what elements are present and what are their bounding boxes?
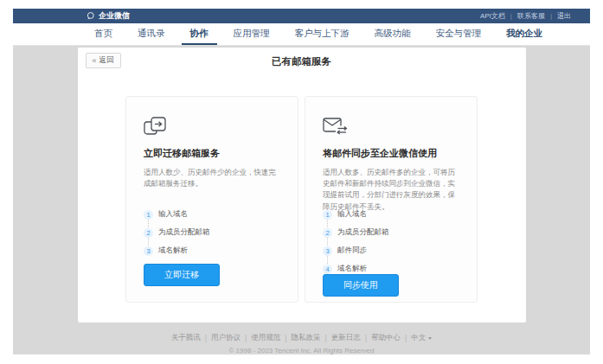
wecom-logo-text: 企业微信 bbox=[99, 10, 130, 22]
card-description: 适用人数少、历史邮件少的企业，快速完成邮箱服务迁移。 bbox=[144, 167, 280, 201]
site-footer: 关于腾讯 用户协议 使用规范 隐私政策 更新日志 帮助中心 中文 © 1998 … bbox=[171, 333, 432, 354]
tab-advanced-features[interactable]: 高级功能 bbox=[366, 23, 420, 45]
step-number-badge: 3 bbox=[144, 246, 153, 256]
step-item: 4 域名解析 bbox=[323, 264, 459, 274]
step-label: 为成员分配邮箱 bbox=[158, 227, 210, 238]
wecom-logo[interactable]: 企业微信 bbox=[86, 10, 130, 22]
step-label: 输入域名 bbox=[337, 209, 367, 220]
back-button-label: 返回 bbox=[99, 55, 114, 66]
usage-policy-link[interactable]: 使用规范 bbox=[241, 333, 280, 343]
step-number-badge: 1 bbox=[144, 210, 153, 220]
tab-collaboration[interactable]: 协作 bbox=[182, 23, 217, 45]
privacy-policy-link[interactable]: 隐私政策 bbox=[280, 333, 320, 343]
step-connector bbox=[148, 238, 280, 246]
back-arrow-icon: « bbox=[93, 57, 97, 65]
back-button[interactable]: « 返回 bbox=[86, 53, 121, 68]
step-connector bbox=[327, 220, 459, 227]
step-connector bbox=[327, 238, 459, 246]
screenshot-root: 企业微信 API文档 联系客服 退出 首页 通讯录 协作 应用管理 客户与上下游… bbox=[0, 0, 603, 364]
topbar-links: API文档 联系客服 退出 bbox=[480, 11, 571, 21]
user-agreement-link[interactable]: 用户协议 bbox=[201, 333, 241, 343]
mail-migrate-icon bbox=[144, 116, 280, 137]
step-number-badge: 2 bbox=[323, 228, 332, 238]
step-label: 为成员分配邮箱 bbox=[337, 227, 389, 238]
migrate-card: 立即迁移邮箱服务 适用人数少、历史邮件少的企业，快速完成邮箱服务迁移。 1 输入… bbox=[125, 96, 298, 303]
step-connector bbox=[327, 256, 459, 264]
language-label: 中文 bbox=[411, 333, 426, 343]
step-item: 3 邮件同步 bbox=[323, 246, 459, 256]
steps-list: 1 输入域名 2 为成员分配邮箱 3 邮件同步 bbox=[323, 209, 459, 274]
step-item: 1 输入域名 bbox=[323, 209, 459, 220]
footer-links: 关于腾讯 用户协议 使用规范 隐私政策 更新日志 帮助中心 中文 bbox=[171, 333, 432, 343]
step-item: 1 输入域名 bbox=[144, 209, 280, 220]
step-number-badge: 1 bbox=[323, 210, 332, 220]
step-connector bbox=[148, 220, 280, 227]
step-item: 2 为成员分配邮箱 bbox=[144, 227, 280, 238]
card-description: 适用人数多、历史邮件多的企业，可将历史邮件和新邮件持续同步到企业微信，实现提前试… bbox=[323, 167, 459, 201]
step-label: 域名解析 bbox=[337, 264, 367, 274]
tab-customers-upstream[interactable]: 客户与上下游 bbox=[286, 23, 358, 45]
help-center-link[interactable]: 帮助中心 bbox=[361, 333, 401, 343]
tab-security-management[interactable]: 安全与管理 bbox=[427, 23, 491, 45]
admin-console-page: 企业微信 API文档 联系客服 退出 首页 通讯录 协作 应用管理 客户与上下游… bbox=[13, 9, 590, 354]
language-selector[interactable]: 中文 bbox=[401, 333, 432, 343]
step-number-badge: 2 bbox=[144, 228, 153, 238]
step-item: 2 为成员分配邮箱 bbox=[323, 227, 459, 238]
contact-support-link[interactable]: 联系客服 bbox=[505, 11, 545, 21]
step-number-badge: 4 bbox=[323, 265, 332, 274]
card-title: 立即迁移邮箱服务 bbox=[144, 147, 280, 160]
step-label: 邮件同步 bbox=[337, 246, 367, 256]
tab-contacts[interactable]: 通讯录 bbox=[129, 23, 174, 45]
wecom-bubble-icon bbox=[86, 11, 95, 21]
sync-use-button[interactable]: 同步使用 bbox=[323, 274, 399, 297]
changelog-link[interactable]: 更新日志 bbox=[321, 333, 361, 343]
tab-home[interactable]: 首页 bbox=[86, 23, 121, 45]
step-item: 3 域名解析 bbox=[144, 246, 280, 256]
option-cards: 立即迁移邮箱服务 适用人数少、历史邮件少的企业，快速完成邮箱服务迁移。 1 输入… bbox=[78, 96, 526, 303]
step-label: 域名解析 bbox=[158, 246, 188, 256]
content-area: « 返回 已有邮箱服务 bbox=[13, 46, 590, 354]
tab-app-management[interactable]: 应用管理 bbox=[225, 23, 279, 45]
api-docs-link[interactable]: API文档 bbox=[480, 11, 505, 21]
copyright-text: © 1998 - 2023 Tencent Inc. All Rights Re… bbox=[171, 347, 432, 354]
card-title: 将邮件同步至企业微信使用 bbox=[323, 147, 459, 160]
steps-list: 1 输入域名 2 为成员分配邮箱 3 域名解析 bbox=[144, 209, 280, 256]
step-number-badge: 3 bbox=[323, 246, 332, 256]
caret-down-icon bbox=[428, 337, 432, 340]
main-panel: « 返回 已有邮箱服务 bbox=[78, 48, 526, 322]
migrate-now-button[interactable]: 立即迁移 bbox=[144, 264, 220, 286]
main-nav: 首页 通讯录 协作 应用管理 客户与上下游 高级功能 安全与管理 我的企业 bbox=[13, 23, 590, 46]
sync-card: 将邮件同步至企业微信使用 适用人数多、历史邮件多的企业，可将历史邮件和新邮件持续… bbox=[305, 96, 478, 303]
page-title: 已有邮箱服务 bbox=[78, 48, 526, 68]
logout-link[interactable]: 退出 bbox=[545, 11, 571, 21]
about-tencent-link[interactable]: 关于腾讯 bbox=[171, 333, 201, 343]
step-label: 输入域名 bbox=[158, 209, 188, 220]
mail-sync-icon bbox=[323, 116, 459, 137]
tab-my-enterprise[interactable]: 我的企业 bbox=[497, 23, 551, 45]
topbar: 企业微信 API文档 联系客服 退出 bbox=[13, 9, 590, 23]
